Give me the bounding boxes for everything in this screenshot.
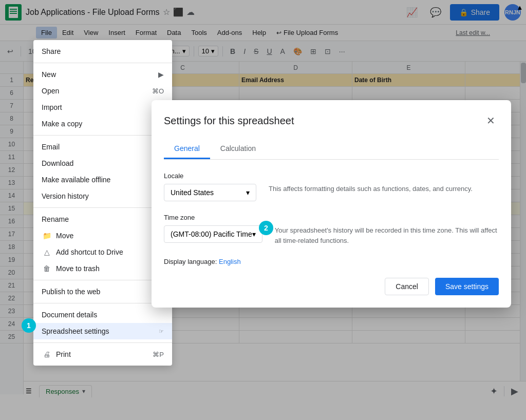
offline-menu-label: Make available offline xyxy=(42,176,110,184)
trash-menu-icon: 🗑 xyxy=(42,264,52,273)
tab-general[interactable]: General xyxy=(164,139,210,159)
locale-select-col: United States ▾ xyxy=(164,184,256,201)
locale-note-col: This affects formatting details such as … xyxy=(269,184,499,194)
shortcut-menu-label: Add shortcut to Drive xyxy=(56,248,123,256)
locale-row: United States ▾ This affects formatting … xyxy=(164,184,499,201)
timezone-value: (GMT-08:00) Pacific Time xyxy=(171,230,252,238)
file-menu-sheet-settings[interactable]: Spreadsheet settings ☞ xyxy=(33,323,172,339)
file-menu-print[interactable]: 🖨 Print ⌘P xyxy=(33,346,172,362)
copy-menu-label: Make a copy xyxy=(42,120,82,128)
cursor-indicator: ☞ xyxy=(159,328,164,335)
step-badge-1: 1 xyxy=(22,318,36,333)
version-menu-label: Version history xyxy=(42,192,89,200)
file-menu-new[interactable]: New ▶ xyxy=(33,66,172,83)
new-menu-label: New xyxy=(42,70,56,79)
sheet-settings-menu-label: Spreadsheet settings xyxy=(42,327,109,335)
doc-details-menu-label: Document details xyxy=(42,311,97,319)
timezone-note-col: Your spreadsheet's history will be recor… xyxy=(275,225,499,245)
dialog-close-button[interactable]: ✕ xyxy=(482,112,499,129)
print-menu-label: Print xyxy=(56,350,71,358)
locale-label: Locale xyxy=(164,172,499,180)
open-menu-label: Open xyxy=(42,87,59,95)
timezone-row: (GMT-08:00) Pacific Time ▾ Your spreadsh… xyxy=(164,225,499,245)
step-badge-2: 2 xyxy=(259,221,273,235)
dialog-tabs: General Calculation xyxy=(164,139,499,160)
print-menu-icon: 🖨 xyxy=(42,350,52,358)
new-menu-arrow: ▶ xyxy=(158,70,164,79)
dialog-footer: Cancel Save settings xyxy=(164,278,499,295)
move-menu-label: Move xyxy=(56,232,73,240)
timezone-select-col: (GMT-08:00) Pacific Time ▾ xyxy=(164,225,262,243)
locale-section: Locale United States ▾ This affects form… xyxy=(164,172,499,201)
display-lang-link[interactable]: English xyxy=(219,258,241,265)
tab-calculation[interactable]: Calculation xyxy=(210,139,266,159)
file-menu-divider-1 xyxy=(33,63,172,63)
import-menu-label: Import xyxy=(42,103,62,111)
folder-menu-icon: 📁 xyxy=(42,232,52,240)
locale-value: United States xyxy=(171,188,214,197)
file-menu-divider-6 xyxy=(33,342,172,343)
publish-menu-label: Publish to the web xyxy=(42,288,100,296)
share-menu-label: Share xyxy=(42,47,61,55)
file-menu-doc-details[interactable]: Document details xyxy=(33,307,172,323)
download-menu-label: Download xyxy=(42,159,73,167)
locale-select[interactable]: United States ▾ xyxy=(164,184,256,201)
timezone-select[interactable]: (GMT-08:00) Pacific Time ▾ xyxy=(164,225,262,243)
display-lang-text: Display language: English xyxy=(164,258,241,265)
dialog-header: Settings for this spreadsheet ✕ xyxy=(164,112,499,129)
settings-dialog: Settings for this spreadsheet ✕ General … xyxy=(152,100,511,308)
timezone-note: Your spreadsheet's history will be recor… xyxy=(275,226,497,244)
timezone-label: Time zone xyxy=(164,214,499,221)
file-menu-open[interactable]: Open ⌘O xyxy=(33,83,172,99)
timezone-dropdown-icon: ▾ xyxy=(252,230,256,238)
print-shortcut: ⌘P xyxy=(153,351,164,358)
drive-menu-icon: △ xyxy=(42,248,52,256)
cancel-button[interactable]: Cancel xyxy=(385,278,429,295)
open-shortcut: ⌘O xyxy=(152,87,164,95)
display-lang-section: Display language: English xyxy=(164,258,499,265)
trash-menu-label: Move to trash xyxy=(56,264,100,273)
file-menu-share[interactable]: Share xyxy=(33,43,172,60)
locale-note: This affects formatting details such as … xyxy=(269,185,473,193)
timezone-section: Time zone (GMT-08:00) Pacific Time ▾ You… xyxy=(164,214,499,245)
locale-dropdown-icon: ▾ xyxy=(246,188,250,197)
rename-menu-label: Rename xyxy=(42,215,69,223)
save-settings-button[interactable]: Save settings xyxy=(435,278,499,295)
dialog-title: Settings for this spreadsheet xyxy=(164,115,294,127)
email-menu-label: Email xyxy=(42,143,60,151)
